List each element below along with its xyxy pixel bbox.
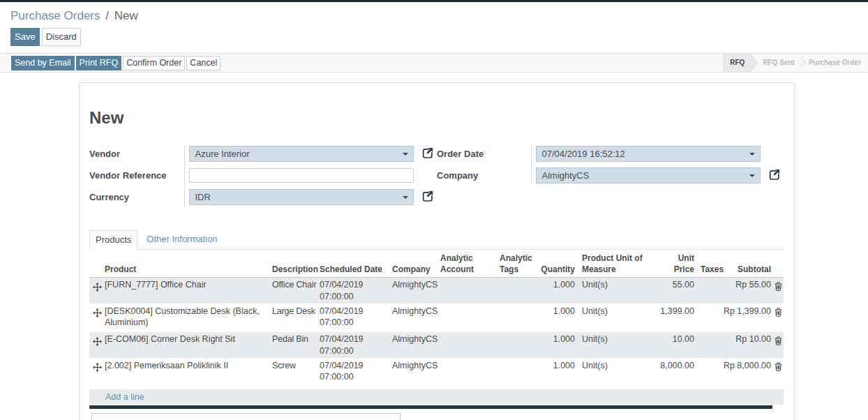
cell-company[interactable]: AlmightyCS [390,332,438,359]
add-a-line-link[interactable]: Add a line [105,392,144,402]
vendor-reference-label: Vendor Reference [89,170,167,181]
delete-row-icon[interactable] [774,332,784,359]
order-date-label: Order Date [437,149,484,159]
column-header-company[interactable]: Company [390,251,438,277]
column-header-subtotal[interactable]: Subtotal [720,251,774,277]
cell-description[interactable]: Large Desk [270,303,317,332]
delete-row-icon[interactable] [774,277,784,303]
order-line-row[interactable]: [E-COM06] Corner Desk Right Sit Pedal Bi… [89,332,784,359]
cell-analytic-tags[interactable] [493,332,536,359]
cell-unit-price[interactable]: 55.00 [650,277,696,303]
discard-button[interactable]: Discard [42,28,81,46]
cell-product[interactable]: [E-COM06] Corner Desk Right Sit [103,332,270,359]
cell-company[interactable]: AlmightyCS [390,303,438,332]
delete-row-icon[interactable] [774,303,784,332]
cell-description[interactable]: Screw [270,358,317,389]
vendor-field[interactable]: Azure Interior [189,146,414,162]
cell-uom[interactable]: Unit(s) [577,303,650,332]
cell-unit-price[interactable]: 8,000.00 [650,358,696,389]
cell-taxes[interactable] [696,277,720,303]
column-header-uom[interactable]: Product Unit of Measure [577,251,650,277]
cell-scheduled-date[interactable]: 07/04/2019 07:00:00 [317,332,390,359]
vendor-reference-input[interactable] [189,168,414,183]
breadcrumb-purchase-orders-link[interactable]: Purchase Orders [10,9,100,22]
column-header-description[interactable]: Description [270,251,317,277]
cell-taxes[interactable] [696,358,720,389]
tab-other-information[interactable]: Other Information [137,230,226,249]
cell-subtotal[interactable]: Rp 8,000.00 [720,358,774,389]
cell-scheduled-date[interactable]: 07/04/2019 07:00:00 [317,277,390,303]
confirm-order-button[interactable]: Confirm Order [123,56,185,70]
cell-unit-price[interactable]: 1,399.00 [650,303,696,332]
delete-row-icon[interactable] [774,358,784,389]
print-rfq-button[interactable]: Print RFQ [76,56,122,70]
vendor-external-link-icon[interactable] [421,147,434,160]
cell-subtotal[interactable]: Rp 55.00 [720,277,774,303]
cell-scheduled-date[interactable]: 07/04/2019 07:00:00 [317,358,390,389]
column-header-trash [774,251,784,277]
save-button[interactable]: Save [10,28,40,46]
order-date-field[interactable]: 07/04/2019 16:52:12 [536,146,761,162]
cell-company[interactable]: AlmightyCS [390,358,438,389]
cell-scheduled-date[interactable]: 07/04/2019 07:00:00 [317,303,390,332]
cell-uom[interactable]: Unit(s) [577,277,650,303]
field-group: Vendor Azure Interior Vendor Reference [89,146,784,207]
column-header-handle [89,251,103,277]
drag-handle-icon[interactable] [89,332,103,359]
drag-handle-icon[interactable] [89,303,103,332]
cell-product[interactable]: [2.002] Pemeriksaan Poliklinik II [103,358,270,389]
terms-notes-textarea[interactable] [91,413,401,420]
order-line-row[interactable]: [2.002] Pemeriksaan Poliklinik II Screw … [89,358,784,389]
cell-quantity[interactable]: 1.000 [536,332,577,359]
cell-analytic-account[interactable] [438,332,493,359]
column-header-analytic-account[interactable]: Analytic Account [438,251,493,277]
column-header-unit-price[interactable]: Unit Price [650,251,696,277]
cell-uom[interactable]: Unit(s) [577,358,650,389]
scrollbar-thumb[interactable] [89,405,772,409]
cell-product[interactable]: [DESK0004] Customizable Desk (Black, Alu… [103,303,270,332]
cell-description[interactable]: Office Chair [270,277,317,303]
order-line-row[interactable]: [DESK0004] Customizable Desk (Black, Alu… [89,303,784,332]
currency-field[interactable]: IDR [189,189,414,205]
cell-analytic-account[interactable] [438,277,493,303]
drag-handle-icon[interactable] [89,277,103,303]
breadcrumb-separator: / [103,9,111,22]
cell-analytic-tags[interactable] [493,358,536,389]
step-rfq-sent[interactable]: RFQ Sent [763,54,795,72]
cell-product[interactable]: [FURN_7777] Office Chair [103,277,270,303]
cancel-button[interactable]: Cancel [186,56,220,70]
step-purchase-order[interactable]: Purchase Order [809,54,861,72]
cell-unit-price[interactable]: 10.00 [650,332,696,359]
cell-uom[interactable]: Unit(s) [577,332,650,359]
cell-company[interactable]: AlmightyCS [390,277,438,303]
cell-quantity[interactable]: 1.000 [536,303,577,332]
cell-taxes[interactable] [696,303,720,332]
statusbar-steps: RFQ RFQ Sent Purchase Order [723,54,868,72]
cell-analytic-account[interactable] [438,303,493,332]
step-rfq[interactable]: RFQ [723,54,751,72]
cell-analytic-tags[interactable] [493,277,536,303]
cell-analytic-tags[interactable] [493,303,536,332]
company-external-link-icon[interactable] [768,168,781,181]
order-lines-table: Product Description Scheduled Date Compa… [89,251,784,389]
company-field[interactable]: AlmightyCS [536,167,761,183]
cell-taxes[interactable] [696,332,720,359]
column-header-analytic-tags[interactable]: Analytic Tags [493,251,536,277]
column-header-taxes[interactable]: Taxes [696,251,720,277]
notebook-tabs: Products Other Information [89,230,784,250]
cell-quantity[interactable]: 1.000 [536,358,577,389]
drag-handle-icon[interactable] [89,358,103,389]
control-panel: Purchase Orders / New Save Discard [0,2,868,53]
cell-quantity[interactable]: 1.000 [536,277,577,303]
column-header-product[interactable]: Product [103,251,270,277]
column-header-scheduled-date[interactable]: Scheduled Date [317,251,390,277]
cell-analytic-account[interactable] [438,358,493,389]
order-line-row[interactable]: [FURN_7777] Office Chair Office Chair 07… [89,277,784,303]
column-header-quantity[interactable]: Quantity [536,251,577,277]
cell-description[interactable]: Pedal Bin [270,332,317,359]
tab-products[interactable]: Products [89,230,137,250]
cell-subtotal[interactable]: Rp 1,399.00 [720,303,774,332]
currency-external-link-icon[interactable] [421,190,434,203]
send-by-email-button[interactable]: Send by Email [11,56,75,70]
cell-subtotal[interactable]: Rp 10.00 [720,332,774,359]
